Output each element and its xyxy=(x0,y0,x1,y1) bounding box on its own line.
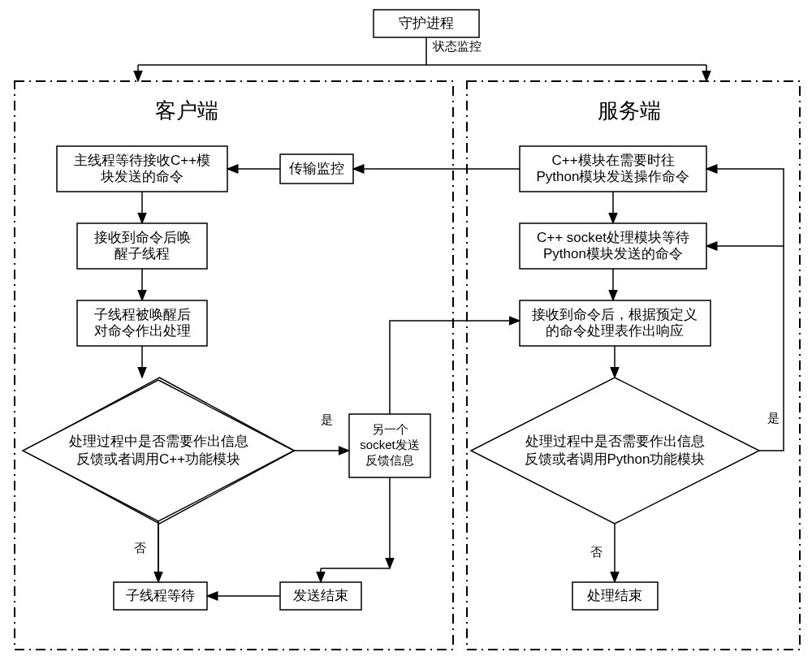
client-decision xyxy=(23,380,294,521)
svg-text:处理结束: 处理结束 xyxy=(587,588,642,603)
svg-text:子线程被唤醒后: 子线程被唤醒后 xyxy=(94,307,191,322)
svg-text:的命令处理表作出响应: 的命令处理表作出响应 xyxy=(546,323,684,339)
svg-text:反馈信息: 反馈信息 xyxy=(365,453,414,467)
svg-text:醒子线程: 醒子线程 xyxy=(114,246,170,261)
status-monitor-label: 状态监控 xyxy=(432,39,482,53)
flowchart-diagram: 守护进程 状态监控 客户端 服务端 主线程等待接收C++模 块发送的命令 传输监… xyxy=(0,0,812,665)
svg-text:Python模块发送操作命令: Python模块发送操作命令 xyxy=(537,169,690,184)
server-title: 服务端 xyxy=(598,98,661,123)
svg-text:主线程等待接收C++模: 主线程等待接收C++模 xyxy=(74,153,210,168)
svg-text:socket发送: socket发送 xyxy=(360,438,419,451)
svg-text:C++模块在需要时往: C++模块在需要时往 xyxy=(551,153,674,168)
svg-text:Python模块发送的命令: Python模块发送的命令 xyxy=(543,246,683,261)
server-decision xyxy=(471,378,759,524)
svg-text:否: 否 xyxy=(590,545,603,559)
svg-text:接收到命令后，根据预定义: 接收到命令后，根据预定义 xyxy=(532,307,698,322)
svg-text:接收到命令后唤: 接收到命令后唤 xyxy=(94,230,191,245)
svg-text:对命令作出处理: 对命令作出处理 xyxy=(94,323,191,339)
svg-text:处理过程中是否需要作出信息: 处理过程中是否需要作出信息 xyxy=(525,434,705,449)
svg-text:反馈或者调用C++功能模块: 反馈或者调用C++功能模块 xyxy=(76,451,240,467)
guard-process-label: 守护进程 xyxy=(399,15,454,31)
svg-text:否: 否 xyxy=(134,541,146,555)
svg-text:是: 是 xyxy=(767,411,780,425)
svg-text:处理过程中是否需要作出信息: 处理过程中是否需要作出信息 xyxy=(69,434,248,449)
svg-text:块发送的命令: 块发送的命令 xyxy=(100,169,184,184)
svg-text:是: 是 xyxy=(321,412,333,426)
svg-text:另一个: 另一个 xyxy=(372,422,408,436)
svg-text:子线程等待: 子线程等待 xyxy=(126,588,195,603)
svg-text:传输监控: 传输监控 xyxy=(289,161,344,176)
client-title: 客户端 xyxy=(155,98,218,123)
svg-text:发送结束: 发送结束 xyxy=(293,588,348,603)
svg-text:反馈或者调用Python功能模块: 反馈或者调用Python功能模块 xyxy=(525,451,706,467)
svg-text:C++ socket处理模块等待: C++ socket处理模块等待 xyxy=(537,230,689,245)
